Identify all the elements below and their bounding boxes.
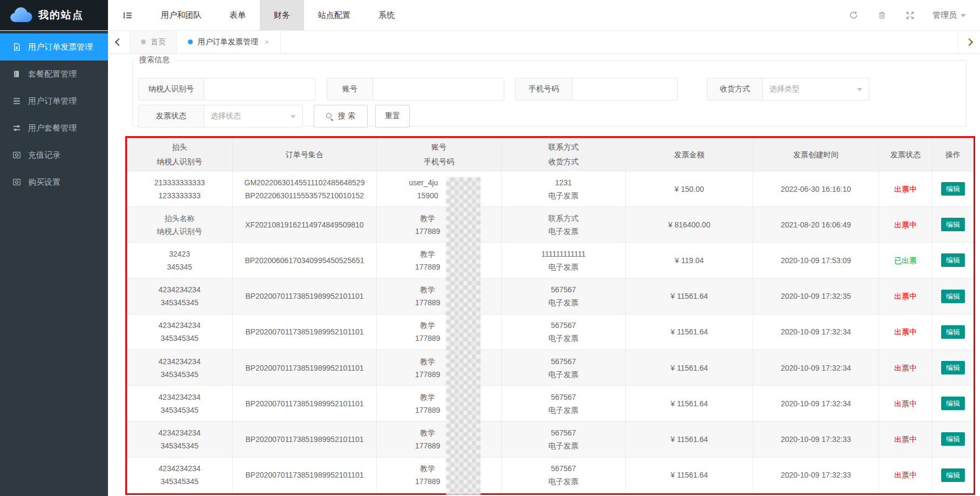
edit-button[interactable]: 编辑 xyxy=(941,397,965,410)
delivery-label: 收货方式 xyxy=(707,78,763,100)
delivery-field-group: 收货方式 选择类型 xyxy=(707,78,869,100)
tab-label: 首页 xyxy=(151,37,166,47)
cell-actions: 编辑 xyxy=(932,279,974,314)
cell-title-taxid: 4234234234 345345345 xyxy=(127,421,233,457)
cell-contact-delivery: 111111111111 电子发票 xyxy=(502,243,626,278)
brand: 我的站点 xyxy=(0,0,108,30)
chevron-down-icon xyxy=(857,88,862,94)
taxid-field-group: 纳税人识别号 xyxy=(138,78,316,100)
sidebar-item-package-config[interactable]: 套餐配置管理 xyxy=(0,61,108,88)
status-badge: 出票中 xyxy=(894,328,917,336)
edit-button[interactable]: 编辑 xyxy=(941,432,965,446)
edit-button[interactable]: 编辑 xyxy=(941,182,965,196)
edit-button[interactable]: 编辑 xyxy=(941,468,965,482)
cell-actions: 编辑 xyxy=(932,421,974,457)
sidebar-item-user-packages[interactable]: 用户套餐管理 xyxy=(0,115,108,142)
nav-item-users-teams[interactable]: 用户和团队 xyxy=(147,0,215,30)
clear-cache-trash-icon[interactable] xyxy=(876,10,887,21)
tab-home[interactable]: 首页 xyxy=(130,30,177,53)
cell-invoice-amount: ¥ 816400.00 xyxy=(626,207,753,243)
tab-close-icon[interactable]: × xyxy=(265,38,269,46)
edit-button[interactable]: 编辑 xyxy=(941,218,965,231)
sidebar-item-label: 用户订单管理 xyxy=(28,96,77,106)
cell-account-phone: 教学 177889 xyxy=(377,386,502,421)
cell-title-taxid: 4234234234 345345345 xyxy=(127,314,233,350)
edit-button[interactable]: 编辑 xyxy=(941,253,965,267)
nav-item-site-config[interactable]: 站点配置 xyxy=(304,0,364,30)
tabs-scroll-left-button[interactable] xyxy=(108,30,130,53)
cell-invoice-status: 出票中 xyxy=(879,421,932,457)
sidebar-item-label: 套餐配置管理 xyxy=(28,69,77,79)
cell-invoice-status: 出票中 xyxy=(879,350,932,386)
nav-item-system[interactable]: 系统 xyxy=(364,0,409,30)
tab-dot-icon xyxy=(141,39,146,44)
taxid-input[interactable] xyxy=(204,78,315,100)
user-menu-label: 管理员 xyxy=(932,10,957,21)
sidebar-collapse-icon[interactable] xyxy=(108,0,147,30)
cell-account-phone: 教学 177889 xyxy=(377,314,502,350)
status-badge: 出票中 xyxy=(894,364,917,372)
cell-invoice-status: 出票中 xyxy=(879,279,932,314)
account-input[interactable] xyxy=(373,78,504,100)
invoice-status-select[interactable]: 选择状态 xyxy=(204,105,302,127)
sidebar-item-user-order-invoice[interactable]: 用户订单发票管理 xyxy=(0,33,108,61)
table-row: 4234234234 345345345 BP20200701173851989… xyxy=(127,458,974,493)
delivery-select-placeholder: 选择类型 xyxy=(769,84,800,94)
header-actions: 管理员 xyxy=(848,0,980,30)
edit-button[interactable]: 编辑 xyxy=(941,325,965,339)
cell-order-numbers: GM20220630145511102485648529 BP202206301… xyxy=(233,171,377,207)
tab-dot-icon xyxy=(188,39,193,44)
order-list-icon xyxy=(12,97,21,106)
status-badge: 出票中 xyxy=(894,221,917,229)
edit-button[interactable]: 编辑 xyxy=(941,290,965,303)
status-badge: 已出票 xyxy=(894,257,917,264)
cell-invoice-amount: ¥ 11561.64 xyxy=(626,386,753,421)
sliders-icon xyxy=(12,124,21,133)
cell-created-time: 2020-10-09 17:32:34 xyxy=(753,350,879,386)
refresh-icon[interactable] xyxy=(848,10,859,21)
search-button[interactable]: 搜 索 xyxy=(314,105,368,128)
table-header-row: 抬头 纳税人识别号 订单号集合 账号 手机号码 联系方式 xyxy=(127,138,974,171)
chevron-down-icon xyxy=(961,14,966,20)
search-row-1: 纳税人识别号 账号 手机号码 收货方式 选择类型 xyxy=(138,78,869,100)
phone-input[interactable] xyxy=(572,78,677,100)
sidebar-item-user-orders[interactable]: 用户订单管理 xyxy=(0,88,108,115)
search-panel: 搜索信息 纳税人识别号 账号 手机号码 收货方式 选择类型 xyxy=(132,55,967,126)
cell-contact-delivery: 567567 电子发票 xyxy=(502,279,626,314)
package-icon xyxy=(12,70,21,79)
nav-item-forms[interactable]: 表单 xyxy=(215,0,260,30)
cell-actions: 编辑 xyxy=(932,207,974,243)
fullscreen-icon[interactable] xyxy=(904,10,915,21)
cell-actions: 编辑 xyxy=(932,458,974,493)
cell-invoice-amount: ¥ 11561.64 xyxy=(626,279,753,314)
table-header-cell: 发票创建时间 xyxy=(753,138,879,171)
delivery-type-select[interactable]: 选择类型 xyxy=(763,78,869,100)
sidebar-item-recharge-records[interactable]: 充值记录 xyxy=(0,142,108,169)
cell-created-time: 2020-10-09 17:32:35 xyxy=(753,279,879,314)
cell-created-time: 2022-06-30 16:16:10 xyxy=(753,171,879,207)
table-header-cell: 发票金额 xyxy=(626,138,753,171)
tabs-scroll-right-button[interactable] xyxy=(958,30,980,53)
table-row: 213333333333 1233333333 GM20220630145511… xyxy=(127,171,974,207)
tab-bar: 首页 用户订单发票管理 × xyxy=(108,30,980,54)
chevron-left-icon xyxy=(115,38,123,45)
cell-created-time: 2020-10-09 17:32:34 xyxy=(753,386,879,421)
search-button-label: 搜 索 xyxy=(338,111,355,121)
nav-item-finance[interactable]: 财务 xyxy=(260,0,304,30)
cell-contact-delivery: 1231 电子发票 xyxy=(502,171,626,207)
tab-user-order-invoice[interactable]: 用户订单发票管理 × xyxy=(177,30,281,53)
edit-button[interactable]: 编辑 xyxy=(941,361,965,374)
table-header-cell: 发票状态 xyxy=(879,138,932,171)
user-menu[interactable]: 管理员 xyxy=(932,10,966,21)
cell-invoice-amount: ¥ 11561.64 xyxy=(626,458,753,493)
table-header-cell: 抬头 纳税人识别号 xyxy=(127,138,233,171)
cell-order-numbers: BP20200701173851989952101101 xyxy=(233,458,377,493)
cell-account-phone: 教学 177889 xyxy=(377,243,502,278)
cell-invoice-amount: ¥ 11561.64 xyxy=(626,421,753,457)
cell-account-phone: user_4ju29 15900 xyxy=(377,171,502,207)
cell-invoice-amount: ¥ 11561.64 xyxy=(626,350,753,386)
reset-button[interactable]: 重置 xyxy=(375,105,410,128)
table-row: 4234234234 345345345 BP20200701173851989… xyxy=(127,279,974,314)
cell-invoice-status: 出票中 xyxy=(879,171,932,207)
sidebar-item-purchase-settings[interactable]: 购买设置 xyxy=(0,169,108,196)
